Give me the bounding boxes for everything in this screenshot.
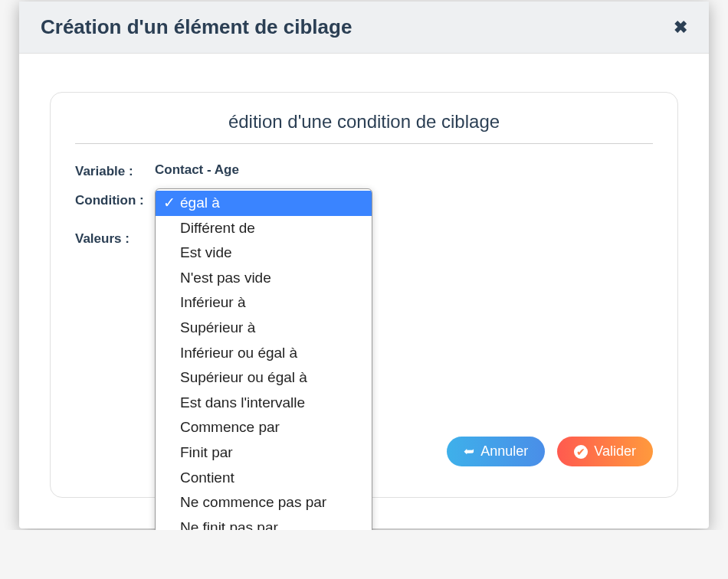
card-title: édition d'une condition de ciblage: [75, 111, 653, 144]
cancel-button-label: Annuler: [480, 443, 528, 460]
dropdown-item[interactable]: N'est pas vide: [156, 266, 372, 291]
condition-card: édition d'une condition de ciblage Varia…: [50, 92, 678, 498]
modal-header: Création d'un élément de ciblage ✖: [19, 2, 709, 54]
dropdown-item[interactable]: Supérieur à: [156, 316, 372, 341]
validate-button[interactable]: Valider: [557, 437, 653, 466]
cancel-button[interactable]: ➥ Annuler: [447, 437, 545, 466]
dropdown-item[interactable]: Est dans l'intervalle: [156, 391, 372, 416]
values-label: Valeurs :: [75, 230, 155, 247]
dropdown-item[interactable]: Supérieur ou égal à: [156, 365, 372, 391]
reply-icon: ➥: [464, 443, 474, 460]
dropdown-item[interactable]: Finit par: [156, 440, 372, 466]
close-icon[interactable]: ✖: [674, 18, 687, 38]
dropdown-item[interactable]: Contient: [156, 466, 372, 491]
condition-dropdown[interactable]: égal àDifférent deEst videN'est pas vide…: [155, 188, 372, 530]
dropdown-item[interactable]: égal à: [156, 191, 372, 216]
variable-row: Variable : Contact - Age: [75, 162, 653, 179]
dropdown-item[interactable]: Ne finit pas par: [156, 515, 372, 530]
dropdown-item[interactable]: Inférieur ou égal à: [156, 341, 372, 366]
dropdown-item[interactable]: Est vide: [156, 240, 372, 266]
modal-body: édition d'une condition de ciblage Varia…: [19, 54, 709, 528]
condition-label: Condition :: [75, 191, 155, 208]
dropdown-item[interactable]: Différent de: [156, 216, 372, 241]
dropdown-item[interactable]: Inférieur à: [156, 290, 372, 316]
check-circle-icon: [574, 445, 588, 459]
condition-row: Condition : égal àDifférent deEst videN'…: [75, 191, 653, 208]
modal-title: Création d'un élément de ciblage: [41, 15, 352, 39]
modal-dialog: Création d'un élément de ciblage ✖ éditi…: [19, 2, 709, 528]
dropdown-item[interactable]: Ne commence pas par: [156, 490, 372, 515]
variable-label: Variable :: [75, 162, 155, 179]
variable-value: Contact - Age: [155, 162, 239, 178]
validate-button-label: Valider: [594, 443, 636, 460]
dropdown-item[interactable]: Commence par: [156, 415, 372, 440]
